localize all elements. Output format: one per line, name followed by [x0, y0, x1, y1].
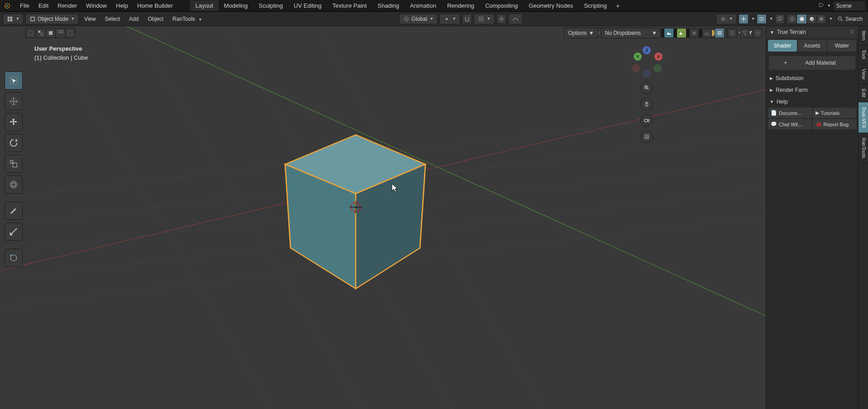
axis-neg-x-ball[interactable] [632, 64, 640, 72]
transform-orientation[interactable]: Global ▼ [399, 14, 438, 24]
tab-geometry-nodes[interactable]: Geometry Nodes [523, 0, 578, 11]
tab-shading[interactable]: Shading [372, 0, 405, 11]
overlays-toggle[interactable] [757, 14, 767, 24]
header-rantools[interactable]: RanTools ▼ [169, 14, 205, 24]
overlays-dropdown[interactable]: ▼ [769, 17, 773, 21]
select-mode-1[interactable] [25, 28, 35, 38]
panel-header-true-terrain[interactable]: ▼ True Terrain ⠿ [766, 26, 858, 38]
gizmo-toggle[interactable] [739, 14, 749, 24]
options-dropdown[interactable]: Options ▼ [564, 28, 598, 38]
menu-edit[interactable]: Edit [34, 0, 53, 11]
terrain-icon-2[interactable] [677, 28, 687, 38]
tool-annotate[interactable] [5, 202, 23, 220]
tab-compositing[interactable]: Compositing [480, 0, 523, 11]
xray-toggle[interactable] [775, 14, 785, 24]
scene-name-input[interactable] [834, 1, 865, 10]
pivot-point[interactable]: ▼ [439, 14, 460, 24]
help-chat-button[interactable]: 💬 Chat Wit... [768, 119, 812, 129]
section-help[interactable]: ▼ Help [766, 96, 858, 108]
tab-rendering[interactable]: Rendering [442, 0, 480, 11]
shading-wireframe[interactable] [787, 14, 796, 24]
vtab-item[interactable]: Item [858, 26, 868, 45]
header-object[interactable]: Object [144, 14, 167, 24]
camera-gizmo-icon[interactable] [640, 114, 653, 127]
perspective-gizmo-icon[interactable] [640, 130, 653, 143]
axis-z-ball[interactable]: Z [643, 46, 651, 54]
shading-rendered[interactable] [816, 14, 826, 24]
tab-layout[interactable]: Layout [190, 0, 219, 11]
axis-neg-z-ball[interactable] [643, 70, 651, 78]
header-view[interactable]: View [81, 14, 100, 24]
drag-handle-icon[interactable]: ⠿ [850, 29, 854, 35]
pan-gizmo-icon[interactable] [640, 98, 653, 110]
vtab-view[interactable]: View [858, 64, 868, 85]
header-add[interactable]: Add [125, 14, 142, 24]
select-mode-4[interactable] [55, 28, 65, 38]
terrain-icon-1[interactable] [664, 28, 674, 38]
terrain-icon-6[interactable] [727, 28, 737, 38]
scene-browse-icon[interactable] [818, 2, 825, 10]
tool-add-primitive[interactable] [5, 249, 23, 267]
menu-window[interactable]: Window [81, 0, 111, 11]
tab-shader[interactable]: Shader [768, 40, 797, 52]
tab-texture-paint[interactable]: Texture Paint [327, 0, 372, 11]
shading-solid[interactable] [796, 14, 806, 24]
search-button[interactable]: Search [835, 15, 865, 23]
zoom-gizmo-icon[interactable] [640, 81, 653, 94]
tab-scripting[interactable]: Scripting [578, 0, 612, 11]
orbit-gizmo[interactable]: Z Y X [631, 46, 663, 78]
vtab-tool[interactable]: Tool [858, 45, 868, 64]
tool-measure[interactable] [5, 223, 23, 241]
tab-uv-editing[interactable]: UV Editing [288, 0, 327, 11]
menu-home-builder[interactable]: Home Builder [133, 0, 177, 11]
axis-neg-y-ball[interactable] [653, 64, 662, 72]
select-mode-3[interactable] [45, 28, 55, 38]
snap-toggle[interactable] [462, 14, 472, 24]
mode-selector[interactable]: Object Mode ▼ [25, 14, 79, 24]
terrain-gear-icon[interactable] [753, 28, 763, 38]
proportional-falloff[interactable] [508, 14, 523, 24]
menu-render[interactable]: Render [53, 0, 81, 11]
terrain-filter-icon[interactable] [740, 28, 750, 38]
tool-move[interactable] [5, 113, 23, 131]
dropdowns-selector[interactable]: No Dropdowns ▼ [601, 28, 661, 38]
visibility-dropdown[interactable]: ▼ [716, 14, 737, 24]
gizmo-dropdown[interactable]: ▼ [751, 17, 755, 21]
shading-material[interactable] [806, 14, 816, 24]
add-workspace-button[interactable]: + [612, 0, 623, 11]
menu-help[interactable]: Help [111, 0, 133, 11]
add-material-button[interactable]: + Add Material [769, 56, 855, 70]
tool-transform[interactable] [5, 176, 23, 194]
tab-sculpting[interactable]: Sculpting [253, 0, 288, 11]
header-select[interactable]: Select [101, 14, 124, 24]
proportional-edit-toggle[interactable] [496, 14, 506, 24]
menu-file[interactable]: File [15, 0, 34, 11]
terrain-icon-4[interactable] [702, 28, 712, 38]
snap-type[interactable]: ▼ [474, 14, 495, 24]
section-render-farm[interactable]: ▶ Render Farm [766, 84, 858, 96]
vtab-edit[interactable]: Edit [858, 84, 868, 102]
tool-rotate[interactable] [5, 134, 23, 152]
terrain-icon-5[interactable] [715, 28, 725, 38]
select-mode-5[interactable] [65, 28, 75, 38]
shading-dropdown[interactable]: ▼ [829, 17, 833, 21]
tool-select-box[interactable] [5, 71, 23, 90]
help-documentation-button[interactable]: 📄 Docume... [768, 108, 812, 118]
axis-x-ball[interactable]: X [654, 52, 663, 61]
help-tutorials-button[interactable]: ▶ Tutorials [813, 108, 857, 118]
tab-modeling[interactable]: Modeling [219, 0, 253, 11]
terrain-icon-3[interactable] [689, 28, 699, 38]
select-mode-2[interactable] [35, 28, 45, 38]
tab-animation[interactable]: Animation [405, 0, 442, 11]
tool-scale[interactable] [5, 155, 23, 173]
editor-type-selector[interactable]: ▼ [3, 14, 24, 24]
tab-water[interactable]: Water [827, 40, 856, 52]
help-report-bug-button[interactable]: 🐞 Report Bug [813, 119, 857, 129]
section-subdivision[interactable]: ▶ Subdivision [766, 72, 858, 84]
chevron-down-icon[interactable]: ▼ [827, 4, 831, 8]
tool-cursor[interactable] [5, 92, 23, 110]
viewport-3d[interactable]: ▼ ▼ ▼ Options ▼ No Dropdowns ▼ [0, 26, 766, 409]
axis-y-ball[interactable]: Y [634, 52, 642, 61]
vtab-rantools[interactable]: RanTools [858, 133, 868, 163]
tab-assets[interactable]: Assets [798, 40, 827, 52]
